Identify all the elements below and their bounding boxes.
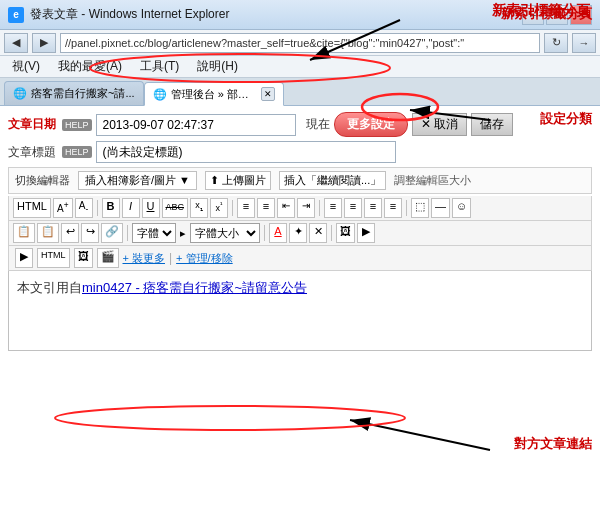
mgmt-separator: | [169,251,172,265]
sep2 [232,200,233,216]
sep3 [319,200,320,216]
title-row: 文章標題 HELP [8,141,592,163]
misc-btn2[interactable]: — [431,198,450,218]
tab-0-icon: 🌐 [13,87,27,100]
date-help-badge[interactable]: HELP [62,119,92,131]
sep4 [406,200,407,216]
cancel-button[interactable]: ✕ 取消 [412,113,467,136]
highlight-btn[interactable]: ✦ [289,223,307,243]
date-label: 文章日期 [8,116,58,133]
annotation-text-link: 對方文章連結 [514,435,592,453]
close-button[interactable]: ✕ [570,5,592,25]
font-color-btn[interactable]: A [269,223,287,243]
superscript-btn[interactable]: x¹ [210,198,228,218]
sep6 [264,225,265,241]
indent-left-btn[interactable]: ⇤ [277,198,295,218]
forward-button[interactable]: ▶ [32,33,56,53]
align-left-btn[interactable]: ≡ [324,198,342,218]
refresh-button[interactable]: ↻ [544,33,568,53]
align-justify-btn[interactable]: ≡ [384,198,402,218]
menu-favorites[interactable]: 我的最愛(A) [50,56,130,77]
tab-1-icon: 🌐 [153,88,167,101]
svg-point-6 [55,406,405,430]
date-input[interactable] [96,114,296,136]
media-insert-btn[interactable]: ▶ [357,223,375,243]
address-bar: ◀ ▶ //panel.pixnet.cc/blog/articlenew?ma… [0,30,600,56]
upload-icon: ⬆ [210,174,219,186]
manage-link[interactable]: + 管理/移除 [176,251,233,266]
underline-btn[interactable]: U [142,198,160,218]
upload-btn[interactable]: ⬆ 上傳圖片 [205,171,271,190]
video-icon-btn[interactable]: 🎬 [97,248,119,268]
image-insert-btn[interactable]: 🖼 [336,223,355,243]
align-right-btn[interactable]: ≡ [364,198,382,218]
ul-btn[interactable]: ≡ [257,198,275,218]
link-btn[interactable]: 🔗 [101,223,123,243]
redo-btn[interactable]: ↪ [81,223,99,243]
align-center-btn[interactable]: ≡ [344,198,362,218]
menu-help[interactable]: 說明(H) [189,56,246,77]
back-button[interactable]: ◀ [4,33,28,53]
tab-1-close[interactable]: ✕ [261,87,275,101]
address-input[interactable]: //panel.pixnet.cc/blog/articlenew?master… [60,33,540,53]
text-edit-area[interactable]: 本文引用自min0427 - 痞客需自行搬家~請留意公告 [8,271,592,351]
clipboard-btn2[interactable]: 📋 [37,223,59,243]
title-bar: e 發表文章 - Windows Internet Explorer – □ ✕ [0,0,600,30]
html-code-btn[interactable]: HTML [37,248,70,268]
menu-tools[interactable]: 工具(T) [132,56,187,77]
tab-1[interactable]: 🌐 管理後台 » 部落... ✕ [144,82,284,106]
bold-btn[interactable]: B [102,198,120,218]
maximize-button[interactable]: □ [546,5,568,25]
font-select-sep: ▸ [178,227,188,240]
sep7 [331,225,332,241]
font-select[interactable]: 字體 [132,223,176,243]
clipboard-btn1[interactable]: 📋 [13,223,35,243]
strikethrough-btn[interactable]: ABC [162,198,189,218]
go-button[interactable]: → [572,33,596,53]
title-help-badge[interactable]: HELP [62,146,92,158]
title-input[interactable] [96,141,396,163]
emoji-btn[interactable]: ☺ [452,198,471,218]
install-more-link[interactable]: + 裝更多 [123,251,165,266]
tab-1-label: 管理後台 » 部落... [171,87,257,102]
remove-format-btn[interactable]: ✕ [309,223,327,243]
youtube-btn[interactable]: ▶ [15,248,33,268]
ol-btn[interactable]: ≡ [237,198,255,218]
adjust-size-label[interactable]: 調整編輯區大小 [394,173,471,188]
italic-btn[interactable]: I [122,198,140,218]
tab-bar: 🌐 痞客需自行搬家~請... 🌐 管理後台 » 部落... ✕ [0,78,600,106]
font-size-select[interactable]: 字體大小 [190,223,260,243]
management-row: ▶ HTML 🖼 🎬 + 裝更多 | + 管理/移除 [8,246,592,271]
insert-continue-btn[interactable]: 插入「繼續閱讀...」 [279,171,386,190]
svg-line-3 [350,420,490,450]
title-label: 文章標題 [8,144,58,161]
minimize-button[interactable]: – [522,5,544,25]
tab-0-label: 痞客需自行搬家~請... [31,86,135,101]
menu-bar: 視(V) 我的最愛(A) 工具(T) 說明(H) [0,56,600,78]
misc-btn1[interactable]: ⬚ [411,198,429,218]
font-size-down-btn[interactable]: A- [75,198,93,218]
date-row: 文章日期 HELP 現在 更多設定 ✕ 取消 儲存 [8,112,592,137]
now-label: 現在 [306,116,330,133]
browser-window: e 發表文章 - Windows Internet Explorer – □ ✕… [0,0,600,510]
insert-media-btn[interactable]: 插入相簿影音/圖片 ▼ [78,171,197,190]
ie-icon: e [8,7,24,23]
article-content-text: 本文引用自min0427 - 痞客需自行搬家~請留意公告 [17,280,307,295]
undo-btn[interactable]: ↩ [61,223,79,243]
menu-view[interactable]: 視(V) [4,56,48,77]
window-title: 發表文章 - Windows Internet Explorer [30,6,229,23]
switch-editor-btn[interactable]: 切換編輯器 [15,173,70,188]
more-settings-button[interactable]: 更多設定 [334,112,408,137]
save-button[interactable]: 儲存 [471,113,513,136]
format-row-1: HTML A+ A- B I U ABC x₁ x¹ ≡ ≡ ⇤ ⇥ ≡ ≡ ≡… [8,196,592,221]
sep5 [127,225,128,241]
subscript-btn[interactable]: x₁ [190,198,208,218]
font-size-up-btn[interactable]: A+ [53,198,73,218]
switch-editor-row: 切換編輯器 插入相簿影音/圖片 ▼ ⬆ 上傳圖片 插入「繼續閱讀...」 調整編… [8,167,592,194]
photo-btn[interactable]: 🖼 [74,248,93,268]
html-btn[interactable]: HTML [13,198,51,218]
sep1 [97,200,98,216]
indent-right-btn[interactable]: ⇥ [297,198,315,218]
tab-0[interactable]: 🌐 痞客需自行搬家~請... [4,81,144,105]
article-link[interactable]: min0427 - 痞客需自行搬家~請留意公告 [82,280,307,295]
